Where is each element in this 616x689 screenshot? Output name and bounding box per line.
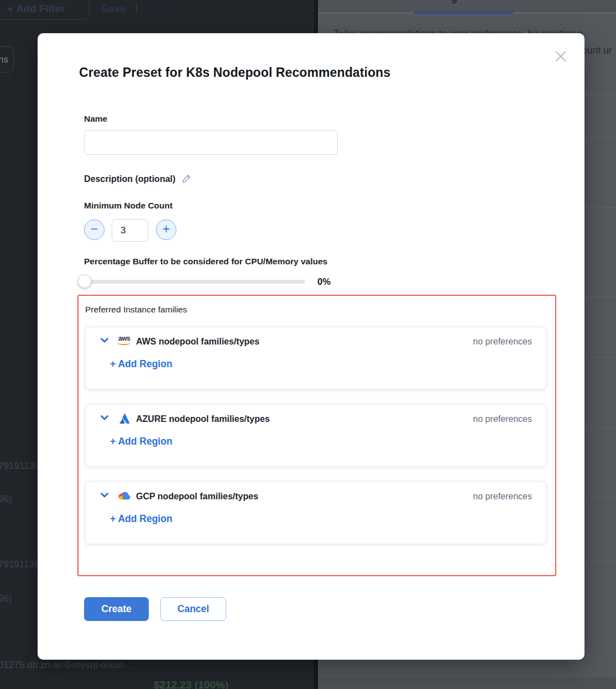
min-node-count-label: Minimum Node Count [84,201,173,211]
chevron-down-icon [100,413,109,422]
table-cell-fragment: 96) [0,593,12,604]
add-region-button[interactable]: + Add Region [110,358,173,370]
plus-icon: + [163,223,170,236]
slider-handle[interactable] [78,275,91,288]
node-count-input[interactable] [112,219,148,242]
provider-card-gcp: GCP nodepool families/types no preferenc… [85,482,546,544]
name-input[interactable] [84,130,338,155]
preferred-families-section: Preferred Instance families aws AWS node… [77,295,556,576]
close-icon [554,49,568,64]
cancel-button[interactable]: Cancel [160,597,226,621]
table-cell-fragment: 79191138 [0,559,39,570]
increment-button[interactable]: + [156,220,176,240]
clipped-chip: ns [0,46,14,72]
app-screen: + Add Filter Save Reset ns 79191138 96) … [0,0,616,689]
clipped-chip-label: ns [0,54,8,65]
db-row-fragment: 01275:db:zn-ar-0-mysql-orkan... [0,660,132,671]
description-label: Description (optional) [84,174,175,184]
panel-description-fragment: ount ur [582,45,612,56]
provider-label: GCP nodepool families/types [136,492,258,502]
provider-card-aws: aws AWS nodepool families/types no prefe… [85,327,546,389]
heading-fragment: g [451,0,457,4]
add-region-button[interactable]: + Add Region [110,513,173,525]
tab-bar [318,0,616,13]
gcp-icon [116,488,133,503]
dialog-title: Create Preset for K8s Nodepool Recommend… [79,65,390,80]
pencil-edit-icon[interactable] [181,174,192,184]
create-preset-dialog: Create Preset for K8s Nodepool Recommend… [38,33,584,660]
add-filter-label[interactable]: + Add Filter [7,3,65,15]
preferred-families-label: Preferred Instance families [85,305,187,315]
save-button[interactable]: Save [101,3,126,15]
price-fragment: $212.23 (100%) [154,679,228,689]
azure-icon [116,411,133,425]
buffer-label: Percentage Buffer to be considered for C… [84,257,327,267]
chevron-down-icon [100,490,109,500]
provider-label: AWS nodepool families/types [136,337,259,347]
chevron-down-icon [100,335,109,345]
provider-label: AZURE nodepool families/types [136,414,270,424]
panel-footer-band [318,677,616,689]
buffer-value: 0% [317,276,331,287]
close-button[interactable] [553,49,568,64]
aws-icon: aws [116,333,133,348]
expand-toggle[interactable] [100,413,109,425]
active-tab-indicator [414,12,513,14]
add-region-button[interactable]: + Add Region [110,436,173,447]
buffer-slider[interactable] [80,280,305,284]
provider-card-azure: AZURE nodepool families/types no prefere… [85,404,546,467]
name-label: Name [84,114,107,124]
decrement-button[interactable]: − [84,220,105,240]
provider-status: no preferences [473,414,532,424]
reset-button[interactable]: Reset [145,3,174,15]
provider-status: no preferences [473,337,532,347]
provider-status: no preferences [473,492,532,502]
description-row: Description (optional) [84,174,192,184]
create-button[interactable]: Create [84,597,149,621]
expand-toggle[interactable] [100,490,109,502]
minus-icon: − [91,223,98,236]
table-cell-fragment: 79191138 [0,461,39,472]
table-cell-fragment: 96) [0,494,12,505]
expand-toggle[interactable] [100,335,109,347]
toolbar-divider [136,3,137,12]
